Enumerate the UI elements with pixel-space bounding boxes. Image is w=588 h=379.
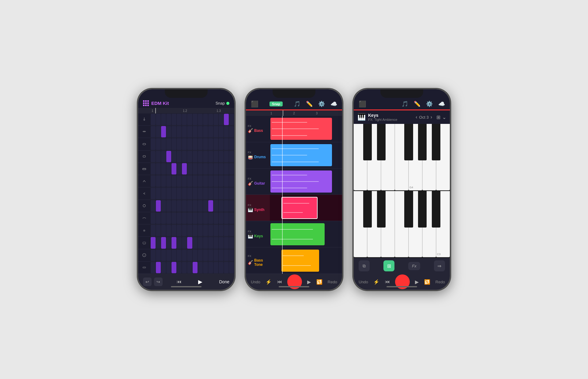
grid-cell-4-8[interactable] [193,163,198,174]
grid-cell-9-13[interactable] [219,225,224,236]
grid-cell-10-7[interactable] [187,237,192,248]
grid-cell-4-12[interactable] [213,163,218,174]
grid-cell-1-9[interactable] [198,126,203,137]
grid-cell-8-15[interactable] [229,212,234,224]
cloud-icon[interactable]: ☁️ [330,101,337,107]
grid-cell-1-7[interactable] [187,126,192,137]
grid-cell-9-10[interactable] [203,225,208,236]
grid-cell-6-10[interactable] [203,188,208,199]
grid-cell-12-9[interactable] [198,262,203,273]
grid-cell-6-1[interactable] [156,188,161,199]
grid-cell-5-8[interactable] [193,175,198,187]
grid-cell-3-7[interactable] [187,151,192,162]
white-key-g3[interactable] [409,191,422,258]
white-key-f4[interactable] [395,124,409,190]
grid-cell-10-8[interactable] [193,237,198,248]
grid-row-5[interactable] [150,175,234,187]
grid-cell-5-10[interactable] [203,175,208,187]
grid-cell-12-13[interactable] [219,262,224,273]
grid-cell-10-14[interactable] [224,237,229,248]
undo-icon[interactable]: ↩ [143,278,152,286]
grid-cell-5-3[interactable] [166,175,171,187]
grid-cell-11-5[interactable] [177,250,182,261]
grid-cell-4-14[interactable] [224,163,229,174]
grid-cell-10-13[interactable] [219,237,224,248]
grid-cell-6-14[interactable] [224,188,229,199]
grid-cell-4-3[interactable] [166,163,171,174]
grid-cell-12-6[interactable] [182,262,187,273]
white-key-g4[interactable]: G4 [409,124,422,190]
grid-cell-4-2[interactable] [161,163,166,174]
grid-cell-9-1[interactable] [156,225,161,236]
undo-button[interactable]: Undo [251,280,260,284]
grid-cell-3-0[interactable] [151,151,156,162]
keys-block[interactable] [270,223,325,245]
grid-row-2[interactable] [150,138,234,150]
grid-cell-4-1[interactable] [156,163,161,174]
grid-cell-10-4[interactable] [172,237,176,248]
grid-cell-3-4[interactable] [172,151,176,162]
grid-cell-11-14[interactable] [224,250,229,261]
track-row-guitar[interactable] [270,169,342,195]
grid-cell-8-8[interactable] [193,212,198,224]
grid-cell-7-14[interactable] [224,200,229,212]
grid-cell-3-6[interactable] [182,151,187,162]
grid-cell-10-12[interactable] [213,237,218,248]
grid-cell-6-13[interactable] [219,188,224,199]
grid-cell-7-11[interactable] [208,200,213,212]
grid-cell-5-0[interactable] [151,175,156,187]
grid-cell-2-10[interactable] [203,138,208,150]
p3-waveform-icon[interactable]: 🎵 [401,101,408,107]
grid-cell-6-2[interactable] [161,188,166,199]
grid-cell-1-8[interactable] [193,126,198,137]
grid-cell-10-6[interactable] [182,237,187,248]
grid-cell-0-11[interactable] [208,114,213,125]
grid-cell-1-10[interactable] [203,126,208,137]
upper-white-keys[interactable]: G4 [354,124,450,190]
piano-octave-lower[interactable]: C3 [354,191,450,258]
octave-left-arrow[interactable]: ‹ [416,114,417,120]
grid-cell-0-2[interactable] [161,114,166,125]
white-key-e4[interactable] [381,124,395,190]
grid-cell-2-6[interactable] [182,138,187,150]
grid-row-6[interactable] [150,187,234,200]
grid-cell-8-2[interactable] [161,212,166,224]
grid-cell-11-0[interactable] [151,250,156,261]
grid-cell-2-11[interactable] [208,138,213,150]
grid-cell-12-4[interactable] [172,262,176,273]
grid-cell-11-1[interactable] [156,250,161,261]
grid-cell-11-6[interactable] [182,250,187,261]
grid-cell-9-6[interactable] [182,225,187,236]
guitar-block[interactable] [270,170,332,193]
grid-cell-12-1[interactable] [156,262,161,273]
grid-cell-0-15[interactable] [229,114,234,125]
grid-cell-2-7[interactable] [187,138,192,150]
piano-area[interactable]: G4 [354,124,450,258]
synth-block[interactable] [281,197,318,219]
grid-cell-12-7[interactable] [187,262,192,273]
grid-cell-3-5[interactable] [177,151,182,162]
grid-cell-7-7[interactable] [187,200,192,212]
grid-cell-1-11[interactable] [208,126,213,137]
track-row-synth[interactable] [270,195,342,221]
grid-cell-5-2[interactable] [161,175,166,187]
grid-cell-7-4[interactable] [172,200,176,212]
p3-exit-icon[interactable]: ⬛ [359,100,366,108]
grid-cell-7-3[interactable] [166,200,171,212]
grid-cell-5-13[interactable] [219,175,224,187]
redo-button[interactable]: Redo [328,280,337,284]
piano-octave-upper[interactable]: G4 [354,124,450,191]
grid-cell-8-3[interactable] [166,212,171,224]
grid-cell-6-11[interactable] [208,188,213,199]
grid-cell-3-14[interactable] [224,151,229,162]
fx-button[interactable]: Fx [408,262,420,270]
grid-cell-5-4[interactable] [172,175,176,187]
chevron-down-btn[interactable]: ⌄ [442,114,446,120]
grid-cell-9-9[interactable] [198,225,203,236]
track-label-drums[interactable]: FX 🥁 Drums [246,142,270,169]
grid-cell-1-0[interactable] [151,126,156,137]
play-button[interactable]: ▶ [195,277,205,287]
grid-cell-9-0[interactable] [151,225,156,236]
grid-cell-10-9[interactable] [198,237,203,248]
grid-cell-3-2[interactable] [161,151,166,162]
